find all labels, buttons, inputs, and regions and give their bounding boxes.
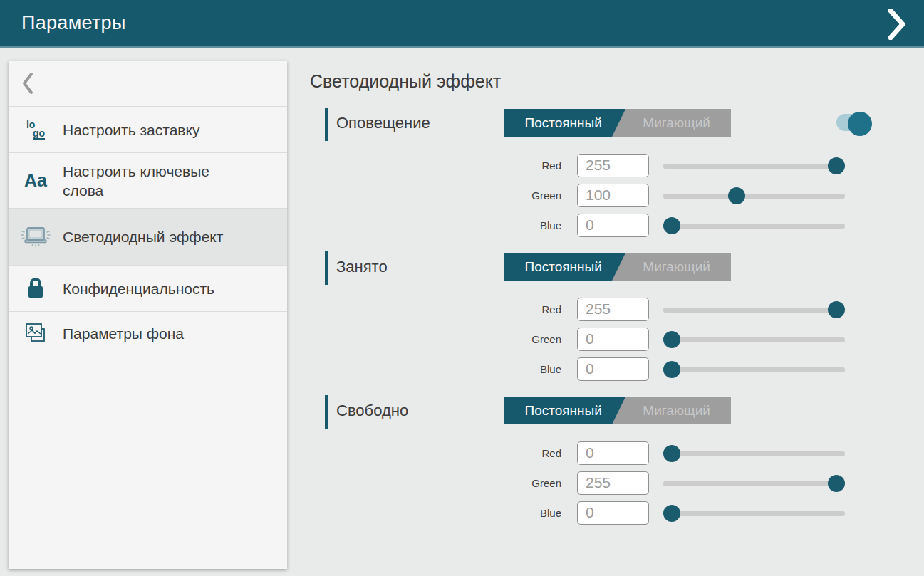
- red-value-input[interactable]: [577, 441, 649, 465]
- slider-row-blue: Blue: [499, 356, 845, 382]
- slider-track: [663, 367, 845, 372]
- slider-row-red: Red: [499, 440, 845, 466]
- slider-label: Green: [499, 333, 561, 345]
- app-header: Параметры: [0, 0, 924, 48]
- mode-constant-button[interactable]: Постоянный: [504, 253, 622, 281]
- slider-label: Red: [499, 447, 561, 459]
- slider-row-red: Red: [499, 296, 845, 322]
- section-busy: Занято Постоянный Мигающий Red Green Blu…: [0, 248, 924, 390]
- content-title: Светодиодный эффект: [310, 71, 501, 92]
- mode-toggle-group: Постоянный Мигающий: [504, 109, 731, 137]
- blue-slider[interactable]: [663, 212, 845, 238]
- slider-thumb[interactable]: [728, 187, 745, 204]
- slider-label: Green: [499, 189, 561, 201]
- section-label: Оповещение: [336, 114, 430, 132]
- mode-blinking-button[interactable]: Мигающий: [622, 397, 731, 424]
- slider-label: Blue: [499, 507, 561, 519]
- switch-knob: [848, 112, 872, 136]
- section-alert: Оповещение Постоянный Мигающий Red Green: [0, 104, 924, 246]
- slider-track: [663, 451, 845, 456]
- slider-thumb[interactable]: [663, 217, 680, 234]
- green-value-input[interactable]: [577, 328, 649, 351]
- blue-value-input[interactable]: [577, 214, 649, 237]
- green-value-input[interactable]: [577, 471, 649, 495]
- blue-value-input[interactable]: [577, 357, 649, 381]
- green-slider[interactable]: [663, 326, 845, 352]
- mode-toggle-group: Постоянный Мигающий: [504, 397, 731, 424]
- section-accent-bar: [325, 251, 328, 285]
- slider-row-green: Green: [499, 182, 845, 208]
- slider-label: Blue: [499, 219, 561, 231]
- red-value-input[interactable]: [577, 154, 649, 177]
- mode-blinking-button[interactable]: Мигающий: [622, 109, 731, 137]
- slider-track: [663, 511, 845, 516]
- chevron-left-icon: [21, 72, 33, 95]
- settings-screen: Параметры lo go Настроить заставку Aa: [0, 0, 924, 576]
- slider-thumb[interactable]: [828, 157, 845, 174]
- slider-row-blue: Blue: [499, 500, 845, 525]
- slider-thumb[interactable]: [663, 331, 680, 348]
- red-slider[interactable]: [663, 296, 845, 322]
- red-slider[interactable]: [663, 152, 845, 178]
- slider-thumb[interactable]: [663, 361, 680, 378]
- green-slider[interactable]: [663, 182, 845, 208]
- section-free: Свободно Постоянный Мигающий Red Green B…: [0, 392, 924, 534]
- sidebar-back-button[interactable]: [9, 61, 287, 107]
- slider-label: Green: [499, 477, 561, 489]
- blue-slider[interactable]: [663, 500, 845, 525]
- section-label: Свободно: [336, 402, 408, 420]
- chevron-right-icon[interactable]: [887, 9, 907, 40]
- slider-track: [663, 164, 845, 169]
- section-accent-bar: [325, 108, 328, 141]
- slider-thumb[interactable]: [828, 301, 845, 318]
- red-slider[interactable]: [663, 440, 845, 466]
- slider-label: Red: [499, 303, 561, 315]
- slider-track: [663, 337, 845, 342]
- section-label: Занято: [336, 258, 388, 276]
- slider-row-red: Red: [499, 152, 845, 178]
- slider-label: Red: [499, 159, 561, 172]
- page-title: Параметры: [21, 12, 126, 34]
- red-value-input[interactable]: [577, 298, 649, 321]
- blue-slider[interactable]: [663, 356, 845, 382]
- blue-value-input[interactable]: [577, 501, 649, 525]
- slider-track: [663, 224, 845, 229]
- slider-row-green: Green: [499, 326, 845, 352]
- mode-toggle-group: Постоянный Мигающий: [504, 253, 731, 281]
- mode-constant-button[interactable]: Постоянный: [504, 397, 622, 424]
- section-accent-bar: [325, 395, 328, 429]
- alert-enable-switch[interactable]: [835, 105, 872, 134]
- green-slider[interactable]: [663, 470, 845, 496]
- slider-track: [663, 481, 845, 486]
- slider-row-green: Green: [499, 470, 845, 496]
- mode-blinking-button[interactable]: Мигающий: [622, 253, 731, 281]
- slider-thumb[interactable]: [828, 475, 845, 492]
- slider-track: [663, 308, 845, 313]
- mode-constant-button[interactable]: Постоянный: [504, 109, 622, 137]
- green-value-input[interactable]: [577, 184, 649, 207]
- slider-thumb[interactable]: [663, 505, 680, 522]
- slider-row-blue: Blue: [499, 212, 845, 238]
- slider-thumb[interactable]: [663, 445, 680, 462]
- slider-track: [663, 194, 845, 199]
- slider-label: Blue: [499, 363, 561, 375]
